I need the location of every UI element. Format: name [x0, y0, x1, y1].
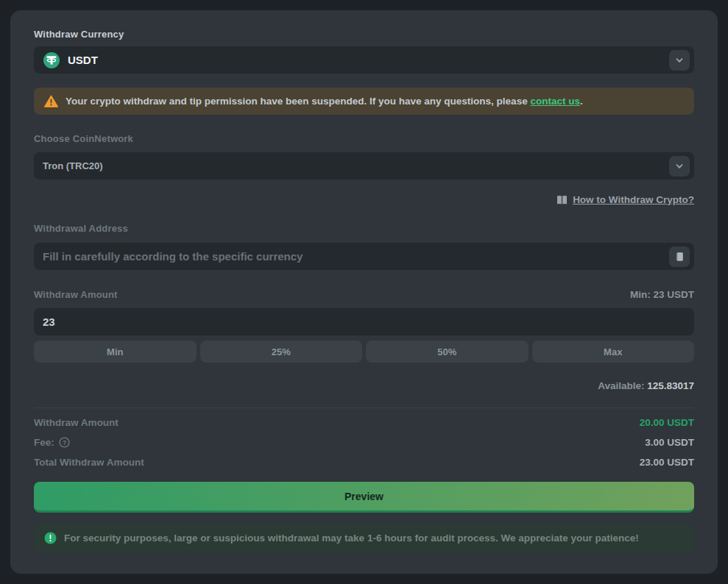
amount-label: Withdraw Amount — [34, 289, 118, 300]
suspension-warning-text: Your crypto withdraw and tip permission … — [66, 96, 583, 107]
security-info-text: For security purposes, large or suspicio… — [64, 533, 639, 544]
currency-select[interactable]: USDT — [34, 46, 694, 74]
pct25-button[interactable]: 25% — [200, 341, 363, 363]
withdraw-amount-value: 20.00 USDT — [640, 417, 694, 428]
total-withdraw-value: 23.00 USDT — [640, 457, 694, 468]
chevron-down-icon — [675, 162, 684, 171]
summary-row-total: Total Withdraw Amount 23.00 USDT — [34, 457, 694, 468]
address-input-box — [34, 243, 694, 270]
currency-dropdown-button[interactable] — [669, 50, 690, 71]
book-icon — [556, 195, 568, 205]
address-input[interactable] — [43, 250, 669, 263]
how-to-withdraw-link[interactable]: How to Withdraw Crypto? — [573, 194, 694, 205]
min-amount-note: Min: 23 USDT — [630, 289, 694, 300]
warning-triangle-icon — [44, 95, 58, 107]
withdraw-panel: Withdraw Currency USDT Your cr — [10, 10, 718, 574]
suspension-warning-banner: Your crypto withdraw and tip permission … — [34, 88, 694, 115]
network-dropdown-button[interactable] — [669, 156, 690, 177]
fee-help-icon[interactable]: ? — [59, 437, 70, 448]
chevron-down-icon — [675, 56, 684, 65]
network-label: Choose CoinNetwork — [34, 133, 694, 144]
help-row: How to Withdraw Crypto? — [34, 194, 694, 205]
contact-us-link[interactable]: contact us — [530, 96, 580, 107]
svg-text:?: ? — [63, 439, 66, 446]
currency-selected-value: USDT — [68, 54, 98, 66]
withdraw-currency-label: Withdraw Currency — [34, 29, 694, 40]
network-select[interactable]: Tron (TRC20) — [34, 152, 694, 179]
pct50-button[interactable]: 50% — [366, 341, 529, 363]
min-button[interactable]: Min — [34, 341, 197, 363]
amount-input[interactable] — [43, 316, 690, 328]
network-selected-value: Tron (TRC20) — [43, 160, 103, 171]
security-info-banner: For security purposes, large or suspicio… — [34, 524, 694, 552]
address-label: Withdrawal Address — [34, 223, 694, 234]
divider — [34, 407, 694, 408]
preview-button[interactable]: Preview — [34, 482, 694, 513]
amount-input-box — [34, 308, 694, 335]
summary-row-fee: Fee: ? 3.00 USDT — [34, 437, 694, 448]
paste-button[interactable] — [669, 246, 690, 267]
available-balance: Available: 125.83017 — [34, 380, 694, 391]
info-exclamation-icon — [44, 532, 57, 544]
tether-icon — [43, 51, 60, 69]
fee-value: 3.00 USDT — [645, 437, 694, 448]
max-button[interactable]: Max — [532, 341, 695, 363]
paste-icon — [674, 251, 685, 263]
summary-row-withdraw-amount: Withdraw Amount 20.00 USDT — [34, 417, 694, 428]
quick-amount-row: Min 25% 50% Max — [34, 341, 694, 363]
